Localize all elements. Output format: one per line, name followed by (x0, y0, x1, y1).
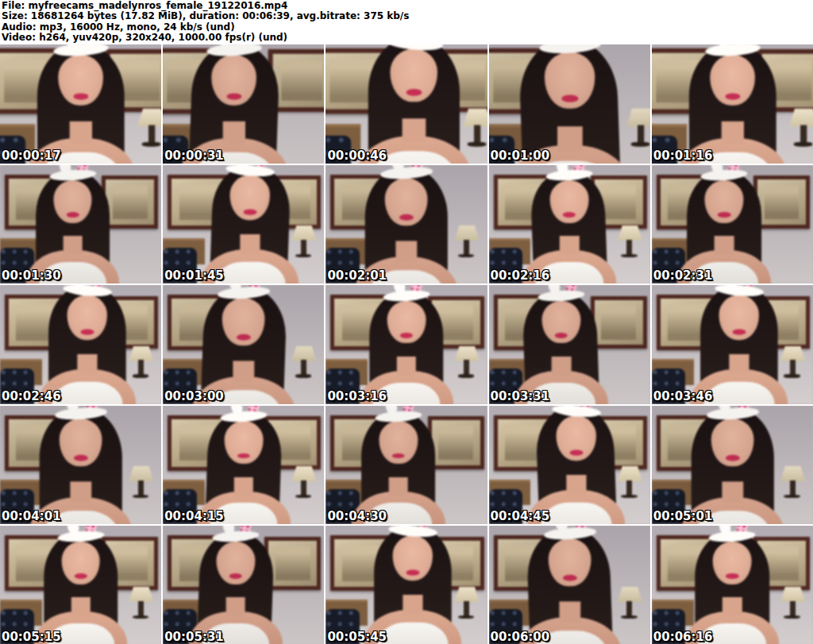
video-thumbnail: 00:03:00 (163, 285, 324, 404)
video-thumbnail: 00:05:01 (652, 406, 813, 525)
thumbnail-scene (163, 285, 324, 404)
person-figure (0, 526, 161, 644)
video-thumbnail: 00:02:46 (0, 285, 161, 404)
person-lips (718, 212, 730, 218)
thumbnail-scene (326, 526, 487, 644)
person-neck (559, 602, 580, 623)
video-thumbnail: 00:05:31 (163, 526, 324, 644)
person-neck (722, 597, 742, 616)
person-lips (725, 454, 739, 461)
person-lips (563, 212, 576, 218)
timestamp-overlay: 00:03:00 (164, 389, 224, 403)
timestamp-overlay: 00:04:45 (491, 509, 550, 523)
person-neck (729, 354, 749, 374)
person-neck (389, 477, 408, 496)
person-figure (326, 285, 487, 404)
person-figure (163, 526, 316, 644)
thumbnail-scene (0, 526, 161, 644)
person-lips (80, 330, 94, 335)
video-thumbnail: 00:03:16 (326, 285, 487, 404)
video-thumbnail: 00:04:15 (163, 406, 324, 525)
timestamp-overlay: 00:02:01 (327, 268, 387, 283)
person-neck (402, 118, 426, 142)
timestamp-overlay: 00:04:30 (327, 509, 387, 523)
timestamp-overlay: 00:02:31 (653, 268, 713, 283)
timestamp-overlay: 00:05:31 (164, 630, 224, 644)
header-line-video: Video: h264, yuv420p, 320x240, 1000.00 f… (2, 33, 813, 43)
person-figure (489, 165, 650, 284)
thumbnail-scene (0, 406, 161, 525)
thumbnail-scene (489, 44, 650, 164)
person-neck (722, 481, 743, 503)
person-lips (562, 575, 576, 581)
person-neck (557, 126, 582, 152)
person-neck (222, 121, 245, 144)
person-neck (721, 121, 744, 144)
header-line-file: File: myfreecams_madelynros_female_19122… (2, 1, 813, 11)
thumbnail-scene (0, 44, 161, 164)
thumbnail-scene (652, 285, 813, 404)
person-figure (328, 526, 487, 644)
person-neck (397, 357, 416, 376)
person-neck (70, 481, 91, 503)
person-figure (163, 44, 324, 164)
thumbnail-scene (163, 165, 324, 284)
person-neck (71, 597, 90, 616)
person-figure (652, 44, 813, 164)
person-lips (400, 333, 413, 338)
person-lips (555, 333, 568, 338)
person-lips (229, 573, 241, 579)
person-lips (243, 209, 256, 214)
person-figure (163, 285, 324, 404)
video-thumbnail: 00:00:46 (326, 44, 487, 164)
person-figure (2, 285, 161, 404)
video-thumbnail: 00:00:31 (163, 44, 324, 164)
video-thumbnail: 00:02:31 (652, 165, 813, 284)
person-figure (0, 406, 161, 525)
timestamp-overlay: 00:02:16 (491, 268, 550, 283)
timestamp-overlay: 00:04:01 (2, 509, 61, 523)
timestamp-overlay: 00:01:45 (164, 268, 224, 283)
thumbnail-scene (0, 165, 161, 284)
person-figure (654, 285, 813, 404)
video-thumbnail: 00:03:31 (489, 285, 650, 404)
person-figure (326, 44, 487, 164)
person-neck (69, 121, 92, 144)
person-figure (489, 285, 642, 404)
video-thumbnail: 00:01:30 (0, 165, 161, 284)
thumbnail-scene (163, 526, 324, 644)
person-lips (561, 94, 577, 102)
timestamp-overlay: 00:01:00 (491, 148, 550, 163)
person-neck (566, 475, 587, 495)
person-neck (225, 597, 245, 616)
person-figure (491, 406, 650, 525)
person-figure (163, 406, 324, 525)
person-lips (392, 453, 405, 459)
person-neck (240, 233, 260, 253)
timestamp-overlay: 00:03:31 (491, 389, 550, 403)
timestamp-overlay: 00:03:16 (327, 389, 387, 403)
person-neck (403, 595, 423, 615)
person-neck (715, 236, 734, 255)
thumbnail-scene (652, 44, 813, 164)
video-thumbnail: 00:06:00 (489, 526, 650, 644)
video-thumbnail: 00:01:00 (489, 44, 650, 164)
video-thumbnail: 00:05:15 (0, 526, 161, 644)
thumbnail-scene (652, 526, 813, 644)
person-lips (406, 89, 422, 95)
video-thumbnail: 00:02:01 (326, 165, 487, 284)
header-line-audio: Audio: mp3, 16000 Hz, mono, 24 kb/s (und… (2, 22, 813, 33)
person-figure (0, 165, 153, 284)
video-thumbnail: 00:04:01 (0, 406, 161, 525)
person-lips (237, 334, 251, 341)
person-figure (489, 526, 650, 644)
person-neck (77, 354, 98, 374)
contact-sheet: File: myfreecams_madelynros_female_19122… (0, 0, 813, 644)
person-figure (652, 406, 813, 525)
person-neck (395, 241, 417, 262)
person-figure (326, 406, 479, 525)
timestamp-overlay: 00:06:00 (491, 630, 550, 644)
person-figure (165, 165, 324, 284)
video-thumbnail: 00:00:17 (0, 44, 161, 164)
thumbnail-grid: 00:00:17 (0, 44, 813, 644)
